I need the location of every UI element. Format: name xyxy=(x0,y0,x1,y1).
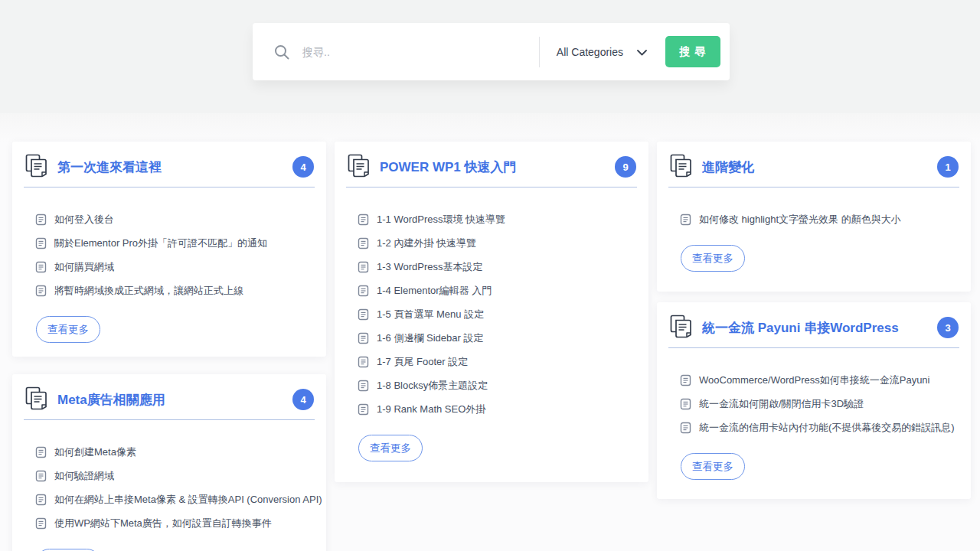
category-card-power-wp1: POWER WP1 快速入門 9 1-1 WordPress環境 快速導覽 1-… xyxy=(335,142,648,482)
article-link-label: 1-8 Blocksy佈景主題設定 xyxy=(377,379,488,393)
article-link[interactable]: 如何登入後台 xyxy=(35,207,315,231)
article-link-label: 1-4 Elementor編輯器 入門 xyxy=(377,284,492,298)
article-link-label: 統一金流如何開啟/關閉信用卡3D驗證 xyxy=(699,397,864,411)
document-icon xyxy=(35,494,47,506)
document-icon xyxy=(358,356,369,368)
article-link-label: 關於Elementor Pro外掛「許可證不匹配」的通知 xyxy=(54,236,267,250)
search-bar: All Categories 搜 尋 xyxy=(253,23,730,80)
article-list: WooCommerce/WordPress如何串接統一金流Payuni 統一金流… xyxy=(657,368,971,439)
article-link-label: 1-5 頁首選單 Menu 設定 xyxy=(377,308,484,321)
article-link[interactable]: WooCommerce/WordPress如何串接統一金流Payuni xyxy=(680,368,960,392)
view-more-button[interactable]: 查看更多 xyxy=(681,245,745,272)
article-link[interactable]: 1-9 Rank Math SEO外掛 xyxy=(358,397,638,421)
article-link-label: 1-6 側邊欄 Sidebar 設定 xyxy=(377,331,483,345)
document-icon xyxy=(35,261,47,273)
document-icon xyxy=(35,470,47,482)
document-icon xyxy=(680,422,691,434)
article-link[interactable]: 1-3 WordPress基本設定 xyxy=(358,255,638,279)
article-list: 如何登入後台 關於Elementor Pro外掛「許可證不匹配」的通知 如何購買… xyxy=(12,207,326,302)
article-list: 如何創建Meta像素 如何驗證網域 如何在網站上串接Meta像素 & 設置轉換A… xyxy=(12,440,326,535)
view-more-button[interactable]: 查看更多 xyxy=(681,453,745,480)
search-icon xyxy=(273,44,290,60)
article-link-label: 如何驗證網域 xyxy=(54,469,114,483)
category-dropdown-label: All Categories xyxy=(557,46,623,58)
article-count-badge: 3 xyxy=(937,317,959,338)
documents-icon xyxy=(348,154,370,181)
category-card-advanced: 進階變化 1 如何修改 highlight文字螢光效果 的顏色與大小 查看更多 xyxy=(657,142,971,292)
article-link-label: 將暫時網域換成正式網域，讓網站正式上線 xyxy=(54,284,243,298)
document-icon xyxy=(358,403,369,416)
article-count-badge: 1 xyxy=(937,156,959,178)
card-divider xyxy=(668,347,959,348)
article-link[interactable]: 如何修改 highlight文字螢光效果 的顏色與大小 xyxy=(680,207,960,231)
article-link-label: 1-9 Rank Math SEO外掛 xyxy=(377,403,485,416)
card-header: Meta廣告相關應用 4 xyxy=(12,374,326,412)
documents-icon xyxy=(25,386,47,413)
article-link[interactable]: 統一金流如何開啟/關閉信用卡3D驗證 xyxy=(680,392,960,416)
document-icon xyxy=(358,261,369,273)
document-icon xyxy=(35,214,47,226)
article-link-label: 如何登入後台 xyxy=(54,213,114,227)
article-link[interactable]: 1-4 Elementor編輯器 入門 xyxy=(358,279,638,302)
article-link[interactable]: 如何創建Meta像素 xyxy=(35,440,315,464)
article-link[interactable]: 1-8 Blocksy佈景主題設定 xyxy=(358,373,638,397)
document-icon xyxy=(358,285,369,297)
card-header: 第一次進來看這裡 4 xyxy=(12,142,326,179)
document-icon xyxy=(358,308,369,321)
document-icon xyxy=(358,380,369,392)
article-link[interactable]: 1-6 側邊欄 Sidebar 設定 xyxy=(358,326,638,350)
article-link[interactable]: 如何在網站上串接Meta像素 & 設置轉換API (Conversion API… xyxy=(35,487,315,511)
card-divider xyxy=(24,419,315,420)
article-link[interactable]: 將暫時網域換成正式網域，讓網站正式上線 xyxy=(35,279,315,302)
category-title-link[interactable]: POWER WP1 快速入門 xyxy=(380,158,517,176)
category-title-link[interactable]: 進階變化 xyxy=(702,158,754,176)
article-link[interactable]: 1-2 內建外掛 快速導覽 xyxy=(358,231,638,255)
article-link[interactable]: 統一金流的信用卡站內付功能(不提供幕後交易的錯誤訊息) xyxy=(680,416,960,439)
view-more-button[interactable]: 查看更多 xyxy=(36,316,100,343)
document-icon xyxy=(680,398,691,410)
article-link-label: 1-3 WordPress基本設定 xyxy=(377,260,482,274)
article-link[interactable]: 關於Elementor Pro外掛「許可證不匹配」的通知 xyxy=(35,231,315,255)
header-background-fade xyxy=(0,113,980,142)
documents-icon xyxy=(670,315,692,341)
document-icon xyxy=(680,214,691,226)
view-more-button[interactable]: 查看更多 xyxy=(358,435,423,461)
card-header: POWER WP1 快速入門 9 xyxy=(335,142,648,179)
article-link-label: 1-7 頁尾 Footer 設定 xyxy=(377,355,468,369)
article-link[interactable]: 1-1 WordPress環境 快速導覽 xyxy=(358,207,638,231)
card-divider xyxy=(24,187,315,187)
chevron-down-icon xyxy=(637,45,647,59)
article-link-label: 如何在網站上串接Meta像素 & 設置轉換API (Conversion API… xyxy=(54,493,322,507)
category-card-first-visit: 第一次進來看這裡 4 如何登入後台 關於Elementor Pro外掛「許可證不… xyxy=(12,142,326,357)
document-icon xyxy=(35,517,47,530)
category-card-meta-ads: Meta廣告相關應用 4 如何創建Meta像素 如何驗證網域 xyxy=(12,374,326,551)
article-list: 1-1 WordPress環境 快速導覽 1-2 內建外掛 快速導覽 1-3 W… xyxy=(335,207,648,421)
article-link-label: 使用WP網站下Meta廣告，如何設置自訂轉換事件 xyxy=(54,517,272,530)
article-link[interactable]: 如何驗證網域 xyxy=(35,464,315,487)
article-link-label: 如何購買網域 xyxy=(54,260,114,274)
article-link[interactable]: 1-5 頁首選單 Menu 設定 xyxy=(358,302,638,326)
category-dropdown[interactable]: All Categories xyxy=(540,23,665,80)
article-link[interactable]: 1-7 頁尾 Footer 設定 xyxy=(358,350,638,373)
document-icon xyxy=(35,285,47,297)
search-input[interactable] xyxy=(302,37,539,67)
category-title-link[interactable]: Meta廣告相關應用 xyxy=(57,391,165,409)
article-link-label: 1-1 WordPress環境 快速導覽 xyxy=(377,213,505,227)
article-link[interactable]: 使用WP網站下Meta廣告，如何設置自訂轉換事件 xyxy=(35,511,315,535)
card-divider xyxy=(668,187,959,187)
category-title-link[interactable]: 第一次進來看這裡 xyxy=(57,158,162,176)
category-card-payuni: 統一金流 Payuni 串接WordPress 3 WooCommerce/Wo… xyxy=(657,302,971,499)
document-icon xyxy=(680,374,691,386)
category-title-link[interactable]: 統一金流 Payuni 串接WordPress xyxy=(702,319,899,337)
article-list: 如何修改 highlight文字螢光效果 的顏色與大小 xyxy=(657,207,971,231)
documents-icon xyxy=(25,154,47,181)
article-link[interactable]: 如何購買網域 xyxy=(35,255,315,279)
article-count-badge: 4 xyxy=(292,389,314,410)
article-link-label: 1-2 內建外掛 快速導覽 xyxy=(377,236,476,250)
article-link-label: 如何創建Meta像素 xyxy=(54,445,136,459)
article-link-label: WooCommerce/WordPress如何串接統一金流Payuni xyxy=(699,373,929,387)
document-icon xyxy=(358,237,369,249)
search-submit-button[interactable]: 搜 尋 xyxy=(665,36,720,67)
document-icon xyxy=(35,237,47,249)
card-header: 進階變化 1 xyxy=(657,142,971,179)
